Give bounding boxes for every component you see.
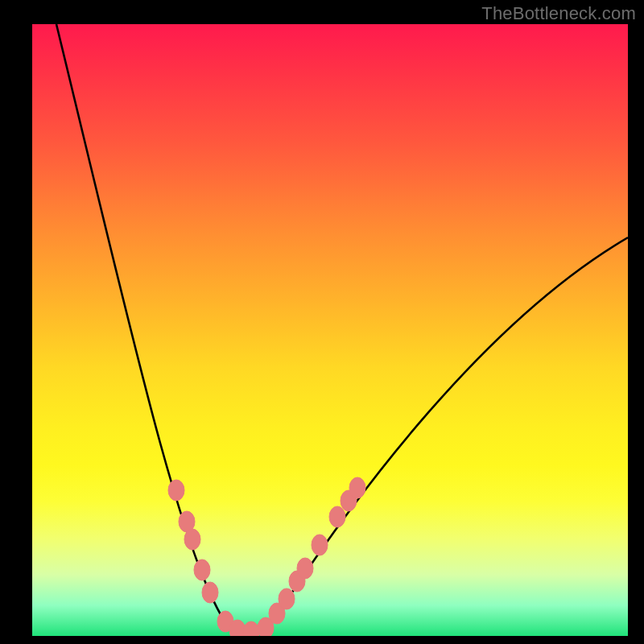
chart-plot-area	[32, 24, 628, 636]
chart-frame: TheBottleneck.com	[0, 0, 644, 644]
data-marker	[297, 558, 313, 579]
data-marker	[184, 529, 200, 550]
chart-svg	[32, 24, 628, 636]
data-marker	[312, 535, 328, 555]
data-marker	[243, 621, 259, 636]
watermark-text: TheBottleneck.com	[481, 3, 636, 24]
data-marker	[279, 588, 295, 609]
data-marker	[168, 480, 184, 501]
marker-group	[168, 477, 365, 636]
bottleneck-curve	[56, 24, 628, 634]
data-marker	[329, 506, 345, 527]
data-marker	[349, 477, 365, 498]
data-marker	[202, 582, 218, 603]
data-marker	[194, 559, 210, 580]
